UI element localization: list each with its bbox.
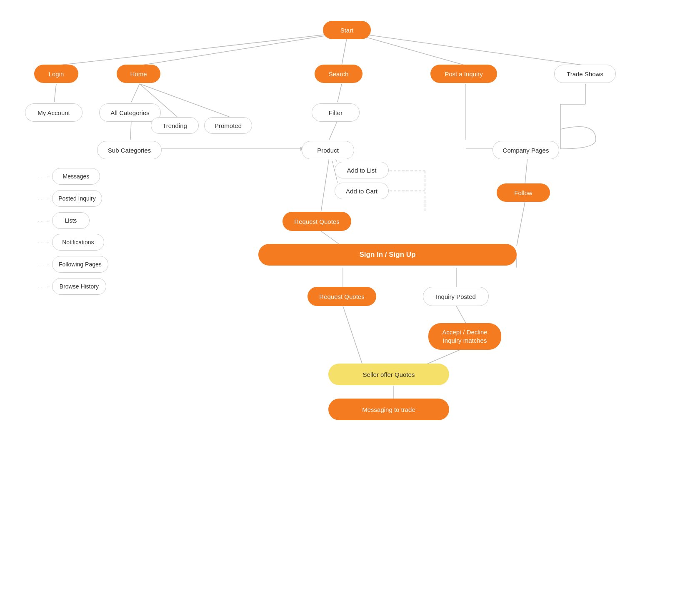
- dashed-arrow-browse-history: - - →: [38, 283, 50, 290]
- node-sub-categories[interactable]: Sub Categories: [97, 141, 162, 159]
- node-post-inquiry[interactable]: Post a Inquiry: [430, 65, 497, 83]
- svg-line-18: [321, 158, 329, 213]
- svg-line-12: [329, 120, 338, 140]
- node-filter[interactable]: Filter: [312, 103, 360, 122]
- node-request-quotes-2[interactable]: Request Quotes: [308, 287, 376, 306]
- svg-line-1: [140, 32, 348, 65]
- node-all-categories[interactable]: All Categories: [99, 103, 161, 122]
- node-company-pages[interactable]: Company Pages: [492, 141, 559, 159]
- node-trade-shows[interactable]: Trade Shows: [554, 65, 616, 83]
- dashed-arrow-posted-inquiry: - - →: [38, 196, 50, 202]
- node-trending[interactable]: Trending: [151, 117, 199, 134]
- node-search[interactable]: Search: [315, 65, 362, 83]
- dashed-posted-inquiry: - - → Posted Inquiry: [38, 190, 102, 207]
- svg-line-33: [343, 306, 362, 365]
- svg-line-27: [517, 202, 525, 246]
- dashed-arrow-notifications: - - →: [38, 239, 50, 246]
- node-sign-in[interactable]: Sign In / Sign Up: [258, 244, 517, 266]
- svg-line-9: [130, 120, 131, 140]
- dashed-arrow-following-pages: - - →: [38, 261, 50, 268]
- svg-line-31: [456, 306, 466, 323]
- node-home[interactable]: Home: [117, 65, 160, 83]
- dashed-arrow-lists: - - →: [38, 218, 50, 224]
- svg-line-5: [54, 84, 56, 102]
- node-messaging[interactable]: Messaging to trade: [328, 399, 449, 420]
- svg-line-11: [338, 84, 342, 102]
- node-inquiry-posted[interactable]: Inquiry Posted: [423, 287, 489, 306]
- dashed-messages: - - → Messages: [38, 168, 100, 185]
- node-request-quotes-1[interactable]: Request Quotes: [282, 212, 351, 231]
- dashed-browse-history: - - → Browse History: [38, 278, 106, 295]
- node-my-account[interactable]: My Account: [25, 103, 82, 122]
- svg-line-4: [348, 32, 585, 65]
- node-promoted[interactable]: Promoted: [204, 117, 252, 134]
- node-seller-quotes[interactable]: Seller offer Quotes: [328, 364, 449, 385]
- svg-line-32: [425, 347, 466, 365]
- dashed-following-pages: - - → Following Pages: [38, 256, 108, 273]
- dashed-lists: - - → Lists: [38, 212, 90, 229]
- node-accept-decline[interactable]: Accept / DeclineInquiry matches: [428, 323, 501, 350]
- node-product[interactable]: Product: [302, 141, 354, 159]
- node-add-to-list[interactable]: Add to List: [335, 162, 389, 178]
- node-login[interactable]: Login: [34, 65, 78, 83]
- dashed-arrow-messages: - - →: [38, 173, 50, 180]
- svg-line-0: [56, 32, 348, 65]
- node-follow[interactable]: Follow: [497, 183, 550, 202]
- node-start[interactable]: Start: [323, 21, 371, 39]
- dashed-notifications: - - → Notifications: [38, 234, 104, 251]
- node-add-to-cart[interactable]: Add to Cart: [335, 183, 389, 199]
- svg-line-6: [131, 84, 140, 102]
- flowchart-canvas: Start Login Home Search Post a Inquiry T…: [0, 0, 700, 592]
